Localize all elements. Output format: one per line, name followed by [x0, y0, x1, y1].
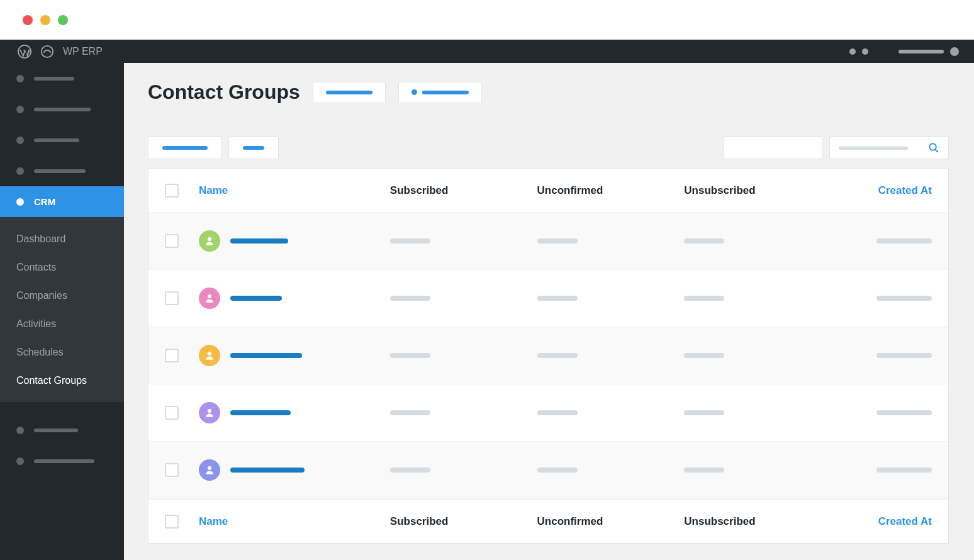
- page-title: Contact Groups: [148, 81, 300, 104]
- unconfirmed-value: [537, 238, 578, 244]
- contact-groups-table: Name Subscribed Unconfirmed Unsubscribed…: [148, 168, 949, 544]
- window-chrome: [0, 0, 974, 40]
- row-checkbox[interactable]: [165, 406, 179, 420]
- sidebar-item[interactable]: [0, 415, 124, 445]
- unsubscribed-value: [684, 238, 724, 244]
- table-row[interactable]: [148, 442, 948, 499]
- row-checkbox[interactable]: [165, 349, 179, 362]
- sidebar-item[interactable]: [0, 155, 124, 186]
- filter-button[interactable]: [228, 137, 279, 159]
- table-row[interactable]: [148, 270, 948, 327]
- created-at-value: [876, 353, 932, 358]
- admin-sidebar: CRM Dashboard Contacts Companies Activit…: [0, 63, 124, 560]
- unsubscribed-value: [684, 468, 724, 473]
- search-placeholder: [839, 147, 908, 150]
- table-row[interactable]: [148, 213, 948, 270]
- svg-line-3: [935, 149, 938, 152]
- group-name[interactable]: [230, 353, 302, 358]
- filter-input[interactable]: [724, 137, 823, 159]
- column-header-name[interactable]: Name: [199, 184, 228, 197]
- sidebar-sub-contacts[interactable]: Contacts: [0, 253, 124, 281]
- sidebar-item[interactable]: [0, 94, 124, 125]
- subscribed-value: [390, 468, 430, 473]
- svg-point-1: [42, 45, 53, 57]
- wordpress-icon[interactable]: [18, 45, 31, 59]
- table-header-row: Name Subscribed Unconfirmed Unsubscribed…: [148, 169, 948, 213]
- created-at-value: [876, 468, 932, 473]
- topbar-avatar-icon[interactable]: [950, 47, 959, 56]
- table-row[interactable]: [148, 384, 948, 442]
- user-avatar-icon: [199, 402, 220, 423]
- unconfirmed-value: [537, 410, 578, 415]
- unsubscribed-value: [684, 410, 724, 415]
- maximize-window-icon[interactable]: [58, 15, 68, 25]
- row-checkbox[interactable]: [165, 291, 179, 305]
- column-header-name[interactable]: Name: [199, 515, 228, 528]
- column-header-created[interactable]: Created At: [878, 515, 932, 527]
- sidebar-item[interactable]: [0, 445, 124, 476]
- user-avatar-icon: [199, 288, 220, 309]
- header-action-button[interactable]: [398, 82, 482, 103]
- svg-point-4: [208, 237, 211, 241]
- sidebar-item-crm[interactable]: CRM: [0, 186, 124, 217]
- topbar-user-label[interactable]: [898, 50, 944, 53]
- filter-button[interactable]: [148, 137, 222, 159]
- created-at-value: [876, 410, 932, 415]
- row-checkbox[interactable]: [165, 234, 179, 248]
- select-all-checkbox[interactable]: [165, 184, 179, 198]
- svg-point-2: [929, 143, 936, 150]
- group-name[interactable]: [230, 468, 305, 473]
- subscribed-value: [390, 238, 430, 244]
- group-name[interactable]: [230, 296, 282, 301]
- group-name[interactable]: [230, 410, 291, 415]
- svg-point-6: [208, 352, 211, 356]
- main-content: Contact Groups Name Subscribed Unconfirm…: [124, 63, 974, 560]
- unconfirmed-value: [537, 468, 578, 473]
- column-header-subscribed[interactable]: Subscribed: [390, 515, 449, 527]
- search-input[interactable]: [829, 137, 949, 159]
- column-header-created[interactable]: Created At: [878, 184, 932, 196]
- topbar-indicator-icon[interactable]: [849, 48, 856, 55]
- group-name[interactable]: [230, 238, 288, 244]
- row-checkbox[interactable]: [165, 463, 179, 477]
- page-header: Contact Groups: [148, 63, 949, 104]
- unconfirmed-value: [537, 353, 578, 358]
- unconfirmed-value: [537, 296, 578, 301]
- sidebar-sub-activities[interactable]: Activities: [0, 310, 124, 338]
- column-header-unconfirmed[interactable]: Unconfirmed: [537, 515, 603, 527]
- sidebar-item[interactable]: [0, 125, 124, 155]
- erp-icon[interactable]: [40, 45, 54, 59]
- svg-point-5: [208, 294, 211, 298]
- created-at-value: [876, 296, 932, 301]
- topbar-indicator-icon[interactable]: [862, 48, 868, 55]
- column-header-unconfirmed[interactable]: Unconfirmed: [537, 184, 603, 196]
- column-header-unsubscribed[interactable]: Unsubscribed: [684, 184, 755, 196]
- sidebar-sub-contact-groups[interactable]: Contact Groups: [0, 366, 124, 395]
- user-avatar-icon: [199, 459, 220, 481]
- select-all-checkbox[interactable]: [165, 515, 179, 529]
- topbar-right-controls: [849, 47, 959, 56]
- sidebar-submenu: Dashboard Contacts Companies Activities …: [0, 217, 124, 402]
- sidebar-sub-companies[interactable]: Companies: [0, 281, 124, 310]
- column-header-subscribed[interactable]: Subscribed: [390, 184, 449, 196]
- sidebar-sub-schedules[interactable]: Schedules: [0, 338, 124, 366]
- sidebar-item[interactable]: [0, 63, 124, 94]
- admin-topbar: WP ERP: [0, 40, 974, 63]
- subscribed-value: [390, 296, 430, 301]
- minimize-window-icon[interactable]: [40, 15, 50, 25]
- column-header-unsubscribed[interactable]: Unsubscribed: [684, 515, 755, 527]
- subscribed-value: [390, 353, 430, 358]
- unsubscribed-value: [684, 296, 724, 301]
- svg-point-8: [208, 466, 211, 470]
- svg-point-7: [208, 409, 211, 413]
- user-avatar-icon: [199, 230, 220, 252]
- unsubscribed-value: [684, 353, 724, 358]
- close-window-icon[interactable]: [23, 15, 33, 25]
- table-row[interactable]: [148, 327, 948, 384]
- subscribed-value: [390, 410, 430, 415]
- header-action-button[interactable]: [313, 82, 386, 103]
- sidebar-sub-dashboard[interactable]: Dashboard: [0, 225, 124, 253]
- sidebar-item-label: CRM: [34, 196, 55, 207]
- app-name[interactable]: WP ERP: [63, 46, 103, 57]
- created-at-value: [876, 238, 932, 244]
